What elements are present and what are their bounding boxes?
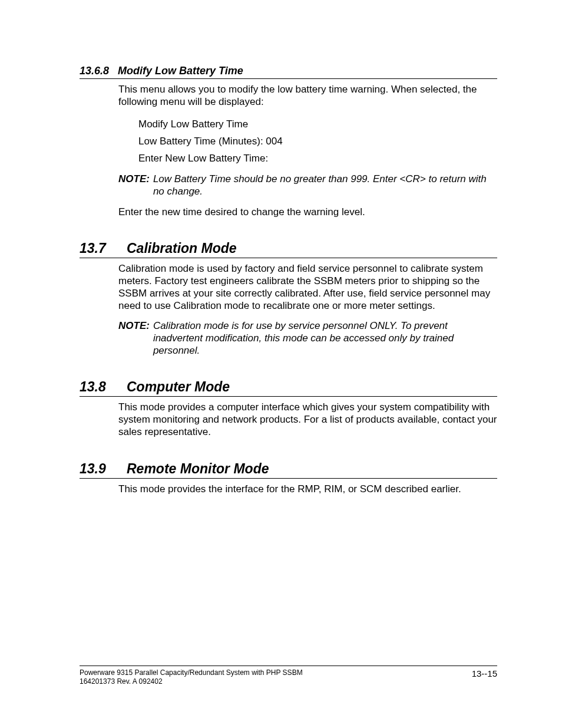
menu-line: Low Battery Time (Minutes): 004 bbox=[138, 133, 497, 150]
note-label: NOTE: bbox=[118, 173, 150, 197]
footer-left: Powerware 9315 Parallel Capacity/Redunda… bbox=[80, 668, 303, 686]
body-text: Calibration mode is used by factory and … bbox=[118, 263, 497, 312]
footer-page-number: 13--15 bbox=[472, 668, 497, 678]
page-footer: Powerware 9315 Parallel Capacity/Redunda… bbox=[80, 666, 497, 686]
note-text: Low Battery Time should be no greater th… bbox=[153, 173, 497, 197]
heading-number: 13.9 bbox=[80, 461, 127, 477]
document-page: 13.6.8 Modify Low Battery Time This menu… bbox=[0, 0, 562, 728]
note-block: NOTE: Calibration mode is for use by ser… bbox=[118, 320, 497, 357]
closing-text: Enter the new time desired to change the… bbox=[118, 206, 497, 219]
body-text: This mode provides a computer interface … bbox=[118, 401, 497, 438]
heading-title: Remote Monitor Mode bbox=[127, 461, 269, 477]
heading-title: Calibration Mode bbox=[127, 241, 237, 256]
intro-text: This menu allows you to modify the low b… bbox=[118, 84, 497, 108]
footer-doc-title: Powerware 9315 Parallel Capacity/Redunda… bbox=[80, 668, 303, 677]
menu-line: Modify Low Battery Time bbox=[138, 116, 497, 133]
heading-number: 13.6.8 bbox=[80, 65, 118, 77]
heading-number: 13.7 bbox=[80, 241, 127, 256]
note-block: NOTE: Low Battery Time should be no grea… bbox=[118, 173, 497, 197]
heading-13-7: 13.7 Calibration Mode bbox=[80, 241, 497, 258]
menu-block: Modify Low Battery Time Low Battery Time… bbox=[138, 116, 497, 167]
heading-title: Computer Mode bbox=[127, 379, 230, 395]
heading-13-6-8: 13.6.8 Modify Low Battery Time bbox=[80, 65, 497, 79]
heading-13-9: 13.9 Remote Monitor Mode bbox=[80, 461, 497, 479]
body-text: This mode provides the interface for the… bbox=[118, 483, 497, 496]
heading-number: 13.8 bbox=[80, 379, 127, 395]
note-label: NOTE: bbox=[118, 320, 150, 357]
heading-title: Modify Low Battery Time bbox=[118, 65, 243, 77]
menu-line: Enter New Low Battery Time: bbox=[138, 150, 497, 167]
footer-doc-rev: 164201373 Rev. A 092402 bbox=[80, 677, 303, 686]
heading-13-8: 13.8 Computer Mode bbox=[80, 379, 497, 397]
note-text: Calibration mode is for use by service p… bbox=[153, 320, 497, 357]
